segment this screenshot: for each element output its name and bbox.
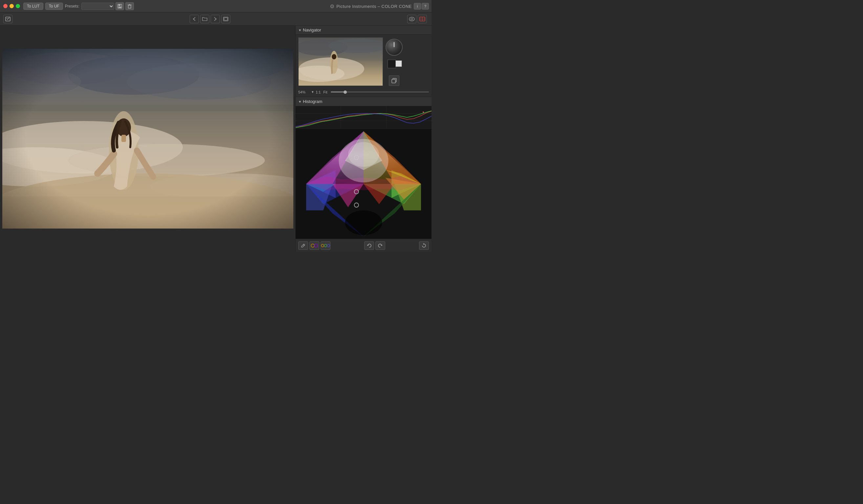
main-content: ▾ Navigator	[0, 26, 432, 252]
copy-view-button[interactable]	[389, 75, 399, 86]
prev-image-button[interactable]	[190, 15, 199, 23]
svg-rect-2	[118, 7, 121, 8]
navigator-content	[296, 35, 432, 89]
svg-point-76	[345, 210, 382, 235]
zoom-dial[interactable]	[386, 39, 403, 56]
svg-rect-32	[2, 49, 293, 229]
zoom-slider-fill	[331, 91, 346, 92]
svg-rect-5	[129, 4, 130, 5]
colorcone-area[interactable]	[296, 129, 432, 239]
svg-rect-42	[392, 79, 396, 83]
svg-line-77	[303, 245, 304, 246]
titlebar: To LUT To UF Presets: ⚙ Picture Instrume…	[0, 0, 432, 12]
svg-point-9	[409, 17, 414, 21]
navigator-zoom-bar: 54% ▾ 1:1 Fit	[296, 89, 432, 97]
zoom-fit[interactable]: Fit	[323, 90, 327, 94]
svg-point-75	[348, 142, 379, 167]
black-swatch[interactable]	[388, 60, 396, 68]
colorcone-svg	[301, 129, 426, 239]
svg-point-48	[423, 112, 424, 113]
maximize-button[interactable]	[16, 4, 20, 8]
undo-button[interactable]	[364, 241, 374, 250]
histogram-title: Histogram	[303, 99, 322, 104]
zoom-dropdown[interactable]: ▾	[312, 90, 314, 94]
right-panel: ▾ Navigator	[295, 26, 432, 252]
navigator-thumbnail[interactable]	[298, 37, 383, 86]
minimize-button[interactable]	[10, 4, 14, 8]
zoom-one-to-one[interactable]: 1:1	[316, 90, 321, 94]
navigator-thumb-svg	[299, 38, 383, 86]
reset-button[interactable]	[419, 241, 429, 250]
histogram-header[interactable]: ▾ Histogram	[296, 97, 432, 106]
histogram-svg	[296, 106, 432, 129]
presets-select[interactable]	[82, 3, 114, 10]
info-button[interactable]: i	[414, 3, 421, 10]
main-image	[2, 49, 293, 229]
open-folder-button[interactable]	[200, 15, 209, 23]
svg-rect-1	[118, 4, 121, 6]
save-preset-button[interactable]	[115, 2, 124, 10]
svg-rect-3	[128, 5, 131, 8]
navigator-chevron: ▾	[299, 28, 301, 33]
svg-rect-43	[296, 106, 432, 129]
shadows-control	[354, 203, 359, 207]
image-panel[interactable]	[0, 26, 295, 252]
svg-point-81	[324, 244, 327, 247]
traffic-lights	[3, 4, 20, 8]
svg-rect-8	[224, 18, 227, 20]
svg-point-79	[314, 244, 318, 247]
white-swatch[interactable]	[396, 60, 402, 67]
svg-point-78	[311, 244, 314, 247]
secondary-toolbar	[0, 12, 432, 26]
gear-icon: ⚙	[330, 3, 335, 9]
zoom-value: 54%	[298, 90, 310, 94]
navigator-controls	[386, 37, 403, 86]
highlights-control	[354, 155, 359, 159]
histogram-canvas	[296, 106, 432, 129]
svg-point-82	[327, 244, 330, 247]
preview-button[interactable]	[407, 15, 416, 23]
svg-point-80	[321, 244, 324, 247]
edit-tool-button[interactable]	[298, 241, 308, 250]
zoom-slider[interactable]	[331, 91, 429, 92]
help-button[interactable]: ?	[422, 3, 429, 10]
histogram-chevron: ▾	[299, 99, 301, 104]
compare-overlay-button[interactable]	[418, 15, 427, 23]
midtones-control	[354, 190, 359, 194]
navigator-header[interactable]: ▾ Navigator	[296, 26, 432, 35]
app-title: ⚙ Picture Instruments – COLOR CONE	[330, 3, 412, 9]
redo-button[interactable]	[375, 241, 385, 250]
navigator-section: ▾ Navigator	[296, 26, 432, 97]
navigator-title: Navigator	[303, 28, 321, 33]
dual-circles-button[interactable]	[310, 241, 319, 250]
fit-view-button[interactable]	[221, 15, 230, 23]
histogram-section: ▾ Histogram	[296, 97, 432, 129]
compare-button[interactable]	[3, 15, 12, 23]
close-button[interactable]	[3, 4, 8, 8]
colorcone-section	[296, 129, 432, 252]
triple-circles-button[interactable]	[321, 241, 330, 250]
colorcone-toolbar	[296, 239, 432, 252]
to-uf-button[interactable]: To UF	[45, 3, 63, 10]
svg-rect-41	[299, 38, 383, 86]
to-lut-button[interactable]: To LUT	[23, 3, 43, 10]
delete-preset-button[interactable]	[125, 2, 134, 10]
svg-point-10	[411, 18, 413, 20]
zoom-slider-thumb[interactable]	[343, 91, 347, 94]
presets-label: Presets:	[65, 4, 79, 9]
next-image-button[interactable]	[211, 15, 220, 23]
